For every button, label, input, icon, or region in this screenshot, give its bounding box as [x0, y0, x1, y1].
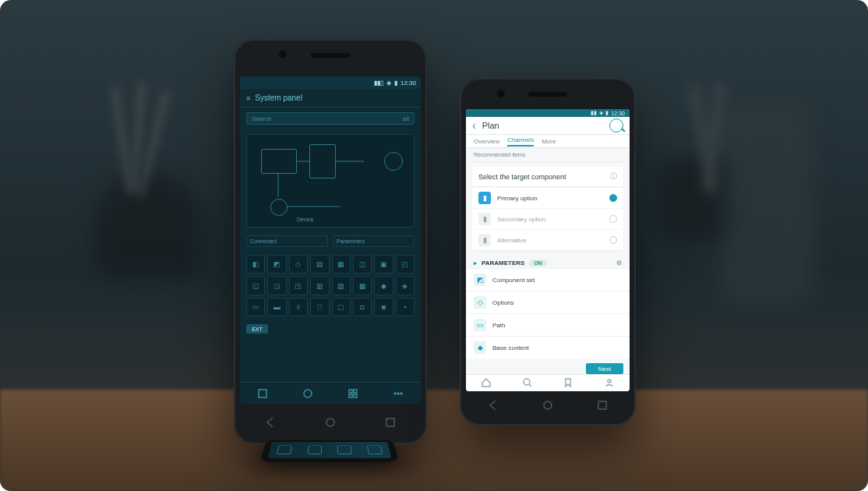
card-row[interactable]: ▮ Alternative — [472, 229, 623, 250]
grid-item[interactable]: □ — [310, 298, 329, 316]
grid-item[interactable]: ▣ — [374, 255, 393, 274]
android-nav-bar — [466, 394, 630, 416]
tab-channels[interactable]: Channels — [507, 136, 534, 147]
svg-rect-4 — [349, 394, 352, 397]
list-item[interactable]: ◩ Component set — [466, 268, 630, 291]
svg-point-12 — [608, 380, 611, 383]
card-row[interactable]: ▮ Primary option — [472, 187, 623, 208]
grid-item[interactable]: ◱ — [246, 276, 265, 295]
grid-item[interactable]: ◆ — [374, 276, 393, 295]
grid-item[interactable]: ▬ — [267, 298, 286, 316]
phone-camera-icon — [279, 51, 287, 58]
tab-more[interactable]: More — [542, 138, 556, 145]
phone-right: ▮▮ ◈ ▮ 12:30 ‹ Plan Overview Channels Mo… — [460, 78, 636, 426]
search-icon[interactable] — [609, 118, 623, 132]
status-time: 12:30 — [400, 79, 416, 87]
grid-item[interactable]: ◊ — [289, 298, 308, 316]
cup-prop-icon — [658, 156, 728, 242]
phone-right-screen: ▮▮ ◈ ▮ 12:30 ‹ Plan Overview Channels Mo… — [466, 109, 630, 391]
svg-point-6 — [394, 393, 396, 394]
home-icon[interactable] — [324, 416, 337, 429]
back-icon[interactable]: ‹ — [472, 119, 476, 132]
phone-flat — [260, 440, 399, 462]
grid-item[interactable]: ◈ — [396, 276, 415, 295]
settings-icon[interactable]: ⚙ — [616, 260, 622, 267]
list-label: Options — [492, 299, 514, 306]
grid-item[interactable]: ◲ — [267, 276, 286, 295]
card-title: Select the target component — [478, 173, 566, 181]
grid-item[interactable]: ◫ — [353, 255, 372, 274]
card-row[interactable]: ▮ Secondary option — [472, 208, 623, 229]
row-label: Alternative — [497, 237, 603, 244]
home-icon[interactable] — [542, 399, 554, 412]
grid-item[interactable]: ◳ — [289, 276, 308, 295]
battery-icon: ▮ — [394, 79, 397, 87]
back-icon[interactable] — [264, 416, 277, 429]
svg-point-1 — [304, 390, 312, 397]
tab-overview[interactable]: Overview — [474, 138, 499, 145]
radio-icon[interactable] — [609, 215, 617, 223]
svg-rect-0 — [259, 390, 266, 397]
row-label: Primary option — [497, 195, 603, 202]
svg-point-13 — [544, 401, 552, 409]
grid-item[interactable]: ◩ — [267, 255, 286, 274]
nav-home-icon[interactable] — [481, 377, 492, 388]
svg-point-11 — [524, 379, 530, 385]
status-bar: ▮▮ ◈ ▮ 12:30 — [466, 109, 630, 117]
nav-grid-icon[interactable] — [348, 388, 358, 399]
recents-icon[interactable] — [384, 416, 397, 429]
nav-search-icon[interactable] — [522, 377, 533, 388]
nav-bookmark-icon[interactable] — [563, 377, 573, 388]
list-item[interactable]: ◇ Options — [466, 291, 630, 313]
svg-point-7 — [397, 393, 399, 394]
phone-left-screen: ▮▮▯ ◈ ▮ 12:30 ≡ System panel Search all … — [240, 76, 421, 404]
status-time: 12:30 — [611, 111, 625, 116]
grid-item[interactable]: ◘ — [353, 298, 372, 316]
grid-item[interactable]: ▤ — [310, 255, 329, 274]
android-nav-bar — [240, 412, 421, 433]
list-icon: ▭ — [474, 319, 486, 331]
nav-more-icon[interactable] — [393, 388, 404, 399]
nav-profile-icon[interactable] — [604, 377, 615, 388]
grid-item[interactable]: ◇ — [289, 255, 308, 274]
signal-icon: ▮▮▯ — [374, 79, 383, 87]
back-icon[interactable] — [487, 399, 499, 412]
grid-item[interactable]: ◙ — [374, 298, 393, 316]
grid-item[interactable]: ▥ — [310, 276, 329, 295]
grid-item[interactable]: ◧ — [246, 255, 265, 274]
radio-icon[interactable] — [609, 236, 617, 244]
parameter-list: ◩ Component set ◇ Options ▭ Path ◆ Base … — [466, 268, 630, 359]
tab-bar: Overview Channels More — [466, 135, 630, 149]
selection-card: Select the target component ⓘ ▮ Primary … — [472, 167, 623, 250]
grid-item[interactable]: ▨ — [332, 276, 351, 295]
menu-icon[interactable]: ≡ — [246, 94, 250, 102]
next-button[interactable]: Next — [586, 363, 623, 373]
grid-item[interactable]: ▢ — [332, 298, 351, 316]
nav-home-icon[interactable] — [257, 388, 268, 399]
nav-apps-icon[interactable] — [302, 388, 313, 399]
list-label: Base content — [492, 344, 529, 351]
wifi-icon: ◈ — [386, 79, 391, 87]
list-label: Path — [492, 322, 505, 329]
info-icon[interactable]: ⓘ — [610, 171, 617, 182]
radio-selected-icon[interactable] — [609, 194, 617, 202]
bottom-nav — [240, 382, 421, 404]
signal-icon: ▮▮ — [591, 110, 597, 116]
diagram-connectors-icon — [247, 135, 421, 252]
widget-icon — [367, 446, 383, 454]
grid-item[interactable]: ▩ — [353, 276, 372, 295]
list-item[interactable]: ▭ Path — [466, 313, 630, 336]
diagram-panel[interactable]: Device — [246, 134, 415, 228]
icon-grid: ◧ ◩ ◇ ▤ ▦ ◫ ▣ ◰ ◱ ◲ ◳ ▥ ▨ ▩ ◆ ◈ ▭ ▬ ◊ □ — [246, 255, 415, 316]
list-item[interactable]: ◆ Base content — [466, 336, 630, 359]
grid-item[interactable]: ◰ — [396, 255, 415, 274]
search-input[interactable]: Search all — [246, 112, 415, 125]
status-bar: ▮▮▯ ◈ ▮ 12:30 — [240, 76, 421, 89]
wifi-icon: ◈ — [599, 110, 603, 116]
grid-tag[interactable]: EXT — [246, 324, 268, 334]
grid-item[interactable]: ▪ — [396, 298, 415, 316]
section-bullet-icon: ▸ — [474, 260, 477, 267]
grid-item[interactable]: ▭ — [246, 298, 265, 316]
grid-item[interactable]: ▦ — [332, 255, 351, 274]
recents-icon[interactable] — [596, 399, 609, 412]
